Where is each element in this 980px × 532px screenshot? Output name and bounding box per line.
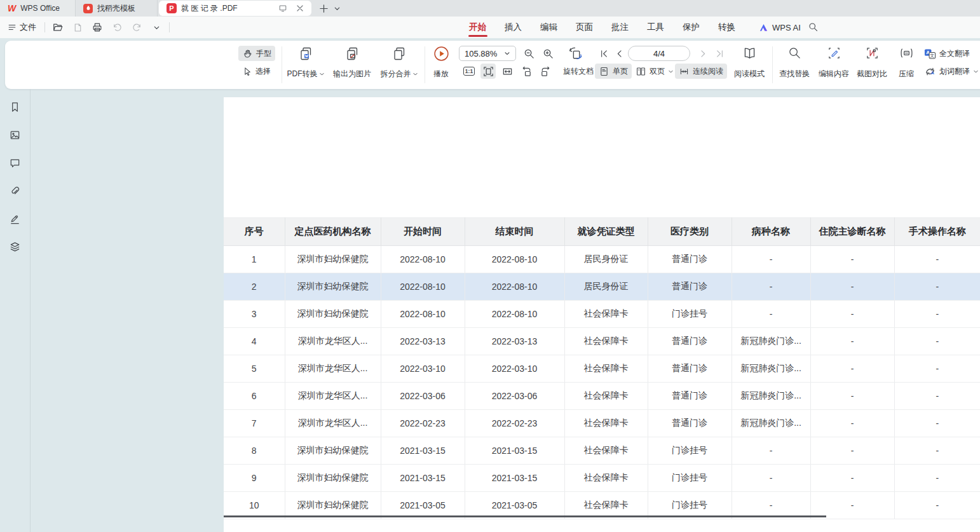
table-cell: 2022-03-13 [381,328,465,355]
tab-docer-templates[interactable]: 找稻壳模板 [75,0,158,17]
signature-panel-icon[interactable] [8,212,22,226]
table-cell: 2022-08-10 [465,273,564,301]
table-cell: - [732,273,810,301]
undo-button[interactable] [110,20,124,34]
table-cell: 2022-08-10 [465,301,564,328]
table-header-cell: 结束时间 [465,218,564,246]
play-button[interactable]: 播放 [427,44,455,81]
table-header-cell: 手术操作名称 [894,218,980,246]
full-text-translate-button[interactable]: A文 全文翻译 [920,46,974,61]
screenshot-compare-button[interactable]: 截图对比 [854,44,890,81]
zoom-level-select[interactable]: 105.88% [459,46,516,61]
export-as-image-button[interactable]: 输出为图片 [331,44,373,81]
rotate-document-icon[interactable] [564,44,586,62]
table-cell: - [810,437,894,465]
word-translate-button[interactable]: A 划词翻译 [920,64,980,79]
hand-icon [242,48,253,59]
next-page-icon [698,48,709,59]
bookmarks-panel-icon[interactable] [8,100,22,114]
continuous-read-label: 连续阅读 [693,66,723,77]
zoom-out-button[interactable] [521,46,536,61]
table-cell: 社会保障卡 [564,410,648,437]
table-row: 3深圳市妇幼保健院2022-08-102022-08-10社会保障卡门诊挂号--… [224,301,980,328]
menu-item-6[interactable]: 工具 [647,16,664,39]
compress-button[interactable]: 压缩 [892,44,920,81]
play-label: 播放 [433,69,449,79]
printer-icon [92,22,103,33]
actual-size-button[interactable]: 1:1 [461,64,477,79]
file-menu-button[interactable]: 文件 [5,22,39,33]
table-cell: 深圳市龙华区人... [285,410,381,437]
table-cell: 深圳市龙华区人... [285,328,381,355]
menu-item-1[interactable]: 开始 [469,16,486,39]
continuous-read-button[interactable]: 连续阅读 [675,64,727,79]
wps-ai-button[interactable]: WPS AI [759,17,801,38]
menu-item-3[interactable]: 编辑 [540,16,557,39]
find-replace-button[interactable]: 查找替换 [777,44,812,81]
table-cell: - [810,383,894,410]
thumbnails-panel-icon[interactable] [8,128,22,142]
monitor-icon[interactable] [278,3,288,13]
find-replace-icon [787,46,802,60]
table-cell: 社会保障卡 [564,355,648,383]
table-body: 1深圳市妇幼保健院2022-08-102022-08-10居民身份证普通门诊--… [224,246,980,519]
next-page-button[interactable] [695,46,711,61]
fit-page-button[interactable] [480,64,496,79]
tab-label: 就 医 记 录 .PDF [181,3,238,14]
pdf-convert-button[interactable]: PDF转换 [284,44,327,81]
table-cell: - [810,465,894,492]
print-button[interactable] [90,20,104,34]
one-to-one-icon: 1:1 [463,67,475,76]
table-cell: 居民身份证 [564,273,648,301]
menu-item-5[interactable]: 批注 [611,16,629,39]
tab-list-chevron-icon[interactable] [334,5,341,12]
last-page-button[interactable] [712,46,727,61]
table-cell: 深圳市妇幼保健院 [285,437,381,465]
layers-panel-icon[interactable] [8,240,22,254]
table-cell: 2021-03-15 [381,465,465,492]
double-page-button[interactable]: 双页 [632,64,677,79]
tab-wps-office[interactable]: W WPS Office [0,0,75,17]
hand-tool-label: 手型 [256,48,271,59]
table-cell: - [894,383,980,410]
read-mode-button[interactable]: 阅读模式 [730,44,768,81]
select-tool-button[interactable]: 选择 [238,64,275,79]
menu-item-2[interactable]: 插入 [505,16,522,39]
page-indicator-input[interactable]: 4/4 [628,46,690,61]
fit-width-button[interactable] [500,64,515,79]
table-cell: 2022-08-10 [465,246,564,273]
tab-pdf-document[interactable]: P 就 医 记 录 .PDF [159,1,311,16]
table-cell: 2022-03-10 [465,355,564,383]
menu-item-8[interactable]: 转换 [718,16,735,39]
open-file-button[interactable] [51,20,65,34]
comments-panel-icon[interactable] [8,156,22,170]
zoom-in-button[interactable] [540,46,555,61]
previous-page-button[interactable] [611,46,627,61]
edit-content-button[interactable]: 编辑内容 [816,44,852,81]
new-tab-button[interactable] [319,4,329,13]
redo-button[interactable] [130,20,144,34]
attachments-panel-icon[interactable] [8,184,22,198]
split-merge-button[interactable]: 拆分合并 [377,44,421,81]
menu-item-7[interactable]: 保护 [683,16,700,39]
single-page-button[interactable]: 单页 [595,64,632,79]
table-cell: 2022-08-10 [381,273,465,301]
first-page-button[interactable] [596,46,611,61]
quick-access-chevron-icon[interactable] [149,20,163,34]
chevron-down-icon [973,69,979,74]
table-cell: - [810,328,894,355]
rotate-document-button[interactable]: 旋转文档 [559,64,597,79]
rotate-right-button[interactable] [538,64,553,79]
save-button[interactable] [71,20,85,34]
hand-tool-button[interactable]: 手型 [238,46,275,61]
double-page-label: 双页 [650,66,665,77]
cursor-icon [242,66,252,76]
rotate-left-button[interactable] [519,64,534,79]
table-cell: 深圳市妇幼保健院 [285,465,381,492]
rotate-right-icon [540,65,552,78]
close-tab-icon[interactable] [296,4,304,12]
menu-search-icon[interactable] [808,22,819,32]
menu-item-4[interactable]: 页面 [576,16,593,39]
table-header-cell: 序号 [224,218,285,246]
table-cell: 2022-02-23 [465,410,564,437]
